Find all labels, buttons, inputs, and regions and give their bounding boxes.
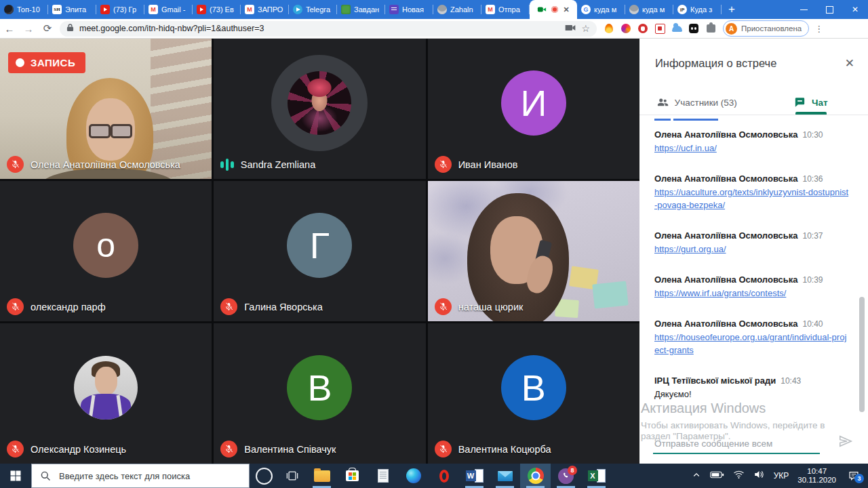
screen: Топ-10 SH Элита (73) Гр M Gmail - (73) Е…: [0, 0, 868, 488]
profile-chip[interactable]: A Приостановлена: [723, 20, 809, 37]
browser-tab-top10[interactable]: Топ-10: [0, 0, 48, 19]
participant-name: Валентина Коцюрба: [458, 444, 551, 455]
address-bar[interactable]: meet.google.com/itn-hidq-nbw?pli=1&authu…: [60, 21, 597, 37]
panel-close-icon[interactable]: ✕: [845, 56, 854, 70]
browser-tab-zavdan[interactable]: Завдан: [337, 0, 385, 19]
tab-label: (73) Гр: [113, 5, 140, 14]
clipped-message-link: [654, 119, 736, 121]
send-message-icon[interactable]: [838, 434, 853, 449]
browser-tab-otpra[interactable]: M Отпра: [481, 0, 530, 19]
taskbar-app-store[interactable]: [337, 464, 368, 488]
dark-owl-extension-icon[interactable]: [688, 23, 699, 34]
taskbar-app-edge[interactable]: [398, 464, 429, 488]
window-restore-button[interactable]: [816, 0, 842, 19]
browser-tab-novaya[interactable]: Новая: [385, 0, 433, 19]
taskbar-app-mail[interactable]: [490, 464, 520, 488]
browser-menu-icon[interactable]: ⋮: [814, 24, 823, 34]
clock[interactable]: 10:47 30.11.2020: [797, 467, 836, 485]
tray-chevron-up-icon[interactable]: [692, 470, 701, 482]
camera-indicator-icon[interactable]: [565, 22, 576, 35]
forward-icon[interactable]: →: [19, 23, 38, 35]
clock-time: 10:47: [807, 467, 827, 475]
message-link[interactable]: https://gurt.org.ua/: [654, 243, 850, 256]
participant-name: Sandra Zemliana: [241, 159, 315, 170]
speaking-indicator-icon: [220, 156, 234, 173]
start-button[interactable]: [0, 464, 31, 488]
back-icon[interactable]: ←: [0, 23, 19, 35]
participant-nametag: Валентина Коцюрба: [435, 441, 551, 458]
video-tile-ivan[interactable]: И Иван Иванов: [428, 39, 639, 179]
avatar-ring: [271, 55, 368, 151]
video-tile-spivachuk[interactable]: В Валентина Співачук: [214, 323, 425, 464]
video-tile-kozynets[interactable]: Олександр Козинець: [0, 323, 212, 464]
video-tile-oleksandr-parf[interactable]: о олександр парф: [0, 181, 212, 321]
red-box-extension-icon[interactable]: [654, 23, 665, 34]
ip-icon: iP: [677, 5, 687, 14]
tab-close-icon[interactable]: ✕: [563, 5, 569, 14]
puzzle-extension-icon[interactable]: [705, 23, 716, 34]
window-close-button[interactable]: ✕: [842, 0, 868, 19]
reload-icon[interactable]: ⟳: [38, 22, 57, 35]
cloud-extension-icon[interactable]: [671, 23, 682, 34]
language-indicator[interactable]: УКР: [774, 471, 789, 481]
colored-ball-extension-icon[interactable]: [620, 23, 631, 34]
browser-tab-kuda-2[interactable]: куда м: [625, 0, 673, 19]
mic-muted-icon: [7, 441, 24, 458]
tab-label: Завдан: [354, 5, 381, 14]
youtube-icon: [197, 5, 206, 14]
participant-name: Олена Анатоліївна Осмоловська: [31, 159, 180, 170]
chat-scrollbar[interactable]: [859, 297, 865, 412]
message-link[interactable]: https://houseofeurope.org.ua/grant/indiv…: [654, 331, 850, 357]
video-tile-galina[interactable]: Г Галина Яворська: [214, 181, 425, 321]
message-link[interactable]: https://ucf.in.ua/: [654, 142, 850, 155]
tab-chat[interactable]: Чат: [754, 92, 868, 113]
browser-tab-kuda-1[interactable]: G куда м: [577, 0, 625, 19]
task-view-button[interactable]: [278, 464, 307, 488]
adblock-hand-extension-icon[interactable]: [637, 23, 648, 34]
taskbar-app-notepad[interactable]: [368, 464, 398, 488]
window-minimize-button[interactable]: [791, 0, 816, 19]
browser-tab-youtube-2[interactable]: (73) Ев: [193, 0, 241, 19]
url-text[interactable]: meet.google.com/itn-hidq-nbw?pli=1&authu…: [79, 24, 559, 33]
taskbar-app-file-explorer[interactable]: [307, 464, 337, 488]
browser-tab-telegram[interactable]: Telegra: [289, 0, 337, 19]
taskbar-app-chrome[interactable]: [520, 464, 551, 488]
taskbar-search-input[interactable]: [58, 470, 230, 482]
browser-tab-meet-active[interactable]: ✕: [530, 0, 577, 19]
video-tile-olena[interactable]: ЗАПИСЬ Олена Анатоліївна Осмоловська: [0, 39, 212, 179]
message-time: 10:37: [803, 231, 823, 241]
youtube-icon: [100, 5, 110, 14]
video-tile-natasha[interactable]: наташа цюрик: [428, 181, 639, 321]
message-link[interactable]: https://www.irf.ua/grants/contests/: [654, 287, 850, 300]
tab-participants[interactable]: Участники (53): [639, 92, 754, 113]
taskbar-app-excel[interactable]: X: [581, 464, 612, 488]
taskbar-app-word[interactable]: W: [459, 464, 490, 488]
sticky-note: [592, 281, 628, 308]
initial-avatar: о: [73, 213, 138, 278]
flame-extension-icon[interactable]: [604, 23, 614, 34]
browser-tab-youtube-1[interactable]: (73) Гр: [96, 0, 144, 19]
battery-icon[interactable]: [710, 470, 724, 482]
recording-label: ЗАПИСЬ: [31, 57, 75, 68]
mic-muted-icon: [220, 441, 237, 458]
chat-message-input[interactable]: [653, 436, 820, 454]
video-tile-sandra[interactable]: Sandra Zemliana: [214, 39, 425, 179]
video-tile-kotsyurba[interactable]: В Валентина Коцюрба: [428, 323, 639, 464]
wifi-icon[interactable]: [733, 470, 745, 482]
cortana-button[interactable]: [250, 464, 278, 488]
taskbar-app-opera[interactable]: [429, 464, 459, 488]
browser-tab-gmail-1[interactable]: M Gmail -: [144, 0, 193, 19]
taskbar-app-viber[interactable]: 8: [551, 464, 581, 488]
message-link[interactable]: https://uaculture.org/texts/inklyuzyvnis…: [654, 186, 850, 211]
browser-tab-kuda-3[interactable]: iP Куда з: [673, 0, 722, 19]
browser-tab-gmail-2[interactable]: M ЗАПРО: [241, 0, 289, 19]
new-tab-button[interactable]: +: [722, 0, 742, 19]
speaker-icon[interactable]: [753, 470, 765, 482]
tab-participants-label: Участники (53): [675, 98, 737, 108]
browser-tab-elita[interactable]: SH Элита: [48, 0, 96, 19]
action-center-button[interactable]: 3: [845, 470, 863, 482]
bookmark-star-icon[interactable]: ☆: [581, 24, 590, 33]
taskbar-search[interactable]: [31, 464, 250, 488]
browser-tab-zahaln[interactable]: Zahaln: [433, 0, 481, 19]
extensions-row: [604, 23, 716, 34]
